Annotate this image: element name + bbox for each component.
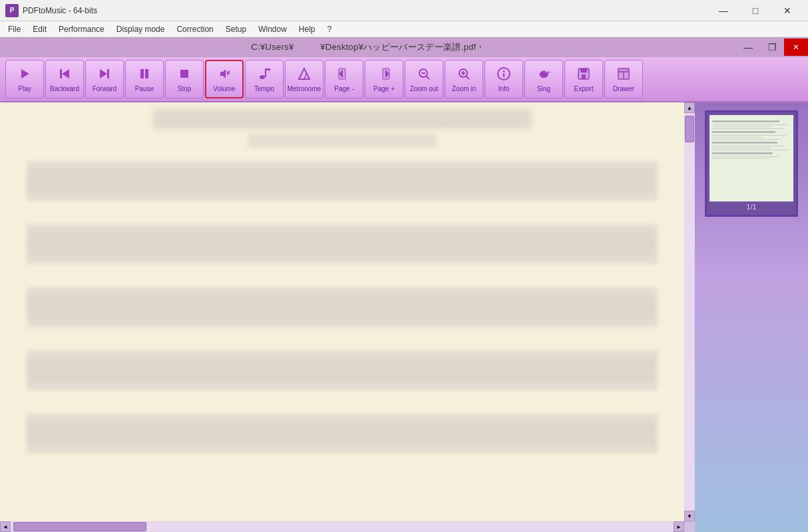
toolbar-btn-sing[interactable]: Sing — [524, 60, 563, 98]
toolbar-btn-zoom_out[interactable]: Zoom out — [405, 60, 443, 98]
maximize-button[interactable]: □ — [740, 0, 771, 21]
metronome-icon — [297, 66, 311, 84]
zoom_in-icon — [457, 66, 471, 84]
close-button[interactable]: ✕ — [772, 0, 803, 21]
menubar-item-help[interactable]: Help — [294, 23, 321, 35]
drawer-icon — [616, 66, 631, 84]
page_plus-label: Page + — [373, 85, 395, 92]
toolbar: PlayBackwardForwardPauseStopVolumeTempoM… — [0, 57, 808, 102]
toolbar-btn-zoom_in[interactable]: Zoom in — [445, 60, 483, 98]
svg-rect-32 — [580, 68, 587, 72]
score-section-3 — [27, 414, 658, 454]
scroll-thumb-v[interactable] — [685, 116, 694, 142]
toolbar-btn-metronome[interactable]: Metronome — [285, 60, 323, 98]
score-area[interactable]: ▲ ▼ ◄ ► — [0, 102, 695, 532]
page_minus-icon — [337, 66, 351, 84]
page_minus-label: Page - — [334, 85, 353, 92]
toolbar-btn-tempo[interactable]: Tempo — [245, 60, 284, 98]
svg-rect-3 — [107, 69, 109, 78]
toolbar-btn-volume[interactable]: Volume — [205, 60, 244, 98]
volume-label: Volume — [213, 85, 235, 92]
os-titlebar: P PDFtoMusic - 64-bits — □ ✕ — [0, 0, 808, 21]
right-panel: 1/1 — [695, 102, 808, 532]
scroll-track-v[interactable] — [685, 113, 694, 511]
app-window-controls: — ❐ ✕ — [736, 39, 808, 56]
toolbar-btn-info[interactable]: Info — [485, 60, 523, 98]
metronome-label: Metronome — [288, 85, 321, 92]
titlebar-left: P PDFtoMusic - 64-bits — [5, 4, 97, 17]
vertical-scrollbar[interactable]: ▲ ▼ — [684, 102, 695, 521]
menubar-item-?[interactable]: ? — [322, 23, 337, 35]
menubar-item-display-mode[interactable]: Display mode — [111, 23, 170, 35]
menubar-item-file[interactable]: File — [3, 23, 26, 35]
menubar: FileEditPerformanceDisplay modeCorrectio… — [0, 21, 808, 37]
svg-marker-14 — [299, 68, 309, 79]
info-label: Info — [499, 85, 510, 92]
svg-marker-4 — [100, 69, 107, 78]
toolbar-btn-drawer[interactable]: Drawer — [604, 60, 643, 98]
zoom_in-label: Zoom in — [452, 85, 476, 92]
score-content — [0, 102, 684, 521]
svg-point-28 — [503, 70, 505, 72]
score-title — [153, 109, 532, 129]
score-row-2 — [27, 224, 658, 264]
score-row-5 — [27, 414, 658, 454]
minimize-button[interactable]: — — [708, 0, 739, 21]
toolbar-btn-export[interactable]: Export — [564, 60, 603, 98]
scroll-up-arrow[interactable]: ▲ — [684, 102, 695, 113]
toolbar-btn-stop[interactable]: Stop — [165, 60, 204, 98]
zoom_out-label: Zoom out — [410, 85, 438, 92]
app-window-title: C:¥Users¥ ¥Desktop¥ハッピーバースデー楽譜.pdf・ — [0, 41, 736, 53]
toolbar-btn-pause[interactable]: Pause — [125, 60, 164, 98]
scroll-track-h[interactable] — [11, 522, 674, 531]
score-subtitle — [248, 134, 437, 148]
menubar-item-correction[interactable]: Correction — [171, 23, 218, 35]
app-window-titlebar: C:¥Users¥ ¥Desktop¥ハッピーバースデー楽譜.pdf・ — ❐ … — [0, 37, 808, 57]
thumbnail-image — [709, 115, 793, 201]
thumbnail-frame[interactable]: 1/1 — [705, 110, 798, 217]
menubar-item-edit[interactable]: Edit — [27, 23, 52, 35]
menubar-item-performance[interactable]: Performance — [53, 23, 110, 35]
score-row-1 — [27, 161, 658, 201]
sing-label: Sing — [537, 85, 550, 92]
export-label: Export — [574, 85, 594, 92]
scroll-down-arrow[interactable]: ▼ — [684, 511, 695, 521]
svg-marker-2 — [62, 69, 69, 78]
svg-rect-29 — [503, 73, 505, 77]
app-restore-button[interactable]: ❐ — [760, 39, 784, 56]
svg-point-30 — [546, 71, 547, 72]
app-close-button[interactable]: ✕ — [784, 39, 808, 56]
svg-rect-13 — [265, 68, 270, 70]
horizontal-scrollbar[interactable]: ◄ ► — [0, 521, 684, 532]
stop-label: Stop — [178, 85, 192, 92]
backward-icon — [57, 66, 72, 84]
backward-label: Backward — [50, 85, 79, 92]
app-window: P PDFtoMusic - 64-bits — □ ✕ FileEditPer… — [0, 0, 808, 532]
menubar-item-window[interactable]: Window — [253, 23, 292, 35]
main-area: ▲ ▼ ◄ ► — [0, 102, 808, 532]
toolbar-btn-page_minus[interactable]: Page - — [325, 60, 363, 98]
toolbar-btn-backward[interactable]: Backward — [45, 60, 84, 98]
score-row-4 — [27, 350, 658, 390]
play-label: Play — [18, 85, 31, 92]
info-icon — [497, 66, 511, 84]
toolbar-btn-forward[interactable]: Forward — [85, 60, 124, 98]
app-minimize-button[interactable]: — — [736, 39, 760, 56]
svg-point-11 — [260, 75, 265, 79]
scroll-right-arrow[interactable]: ► — [674, 521, 684, 532]
toolbar-btn-page_plus[interactable]: Page + — [365, 60, 403, 98]
page_plus-icon — [377, 66, 391, 84]
play-icon — [17, 66, 32, 84]
score-section-1 — [27, 161, 658, 264]
svg-rect-33 — [582, 74, 586, 79]
menubar-item-setup[interactable]: Setup — [220, 23, 252, 35]
titlebar-controls: — □ ✕ — [708, 0, 803, 21]
svg-rect-5 — [140, 69, 144, 78]
pause-label: Pause — [135, 85, 154, 92]
svg-rect-1 — [60, 69, 62, 78]
toolbar-btn-play[interactable]: Play — [5, 60, 44, 98]
svg-rect-35 — [618, 68, 629, 72]
scroll-left-arrow[interactable]: ◄ — [0, 521, 11, 532]
svg-rect-6 — [145, 69, 148, 78]
scroll-thumb-h[interactable] — [13, 522, 146, 531]
